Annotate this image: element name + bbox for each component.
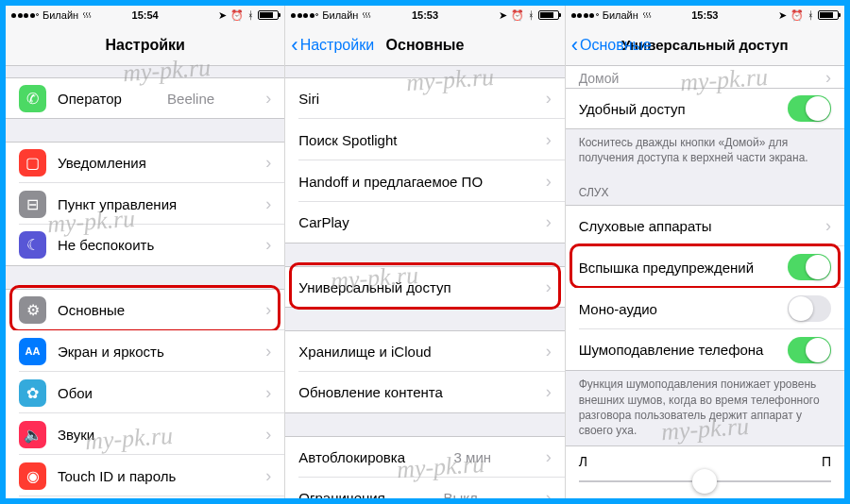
status-time: 15:53 (566, 9, 844, 21)
row-label: Шумоподавление телефона (579, 342, 764, 358)
row-background-refresh[interactable]: Обновление контента › (285, 372, 564, 413)
row-general[interactable]: ⚙ Основные › (6, 289, 284, 330)
row-handoff[interactable]: Handoff и предлагаемое ПО › (285, 160, 564, 202)
wallpaper-icon: ✿ (19, 379, 46, 407)
chevron-right-icon: › (825, 68, 831, 88)
battery-icon (258, 10, 279, 20)
chevron-right-icon: › (546, 172, 552, 192)
row-label: Ограничения (298, 490, 384, 498)
row-operator[interactable]: ✆ Оператор Beeline › (6, 77, 284, 119)
row-siri[interactable]: Siri › (285, 77, 564, 119)
control-center-icon: ⊟ (19, 191, 46, 218)
fingerprint-icon: ◉ (19, 462, 46, 490)
row-label: Оператор (58, 91, 122, 107)
row-label: Основные (58, 302, 125, 318)
row-carplay[interactable]: CarPlay › (285, 202, 564, 244)
status-bar: Билайн ᯾ 15:54 ➤ ⏰ ᚼ (6, 6, 284, 25)
chevron-right-icon: › (546, 130, 552, 150)
toggle-mono-audio[interactable] (788, 295, 831, 322)
back-label: Настройки (300, 37, 374, 54)
chevron-left-icon: ‹ (571, 35, 578, 56)
row-label: Поиск Spotlight (298, 132, 397, 148)
back-button[interactable]: ‹ Настройки (291, 25, 374, 65)
toggle-reachability[interactable] (788, 95, 831, 122)
chevron-right-icon: › (265, 466, 271, 486)
row-wallpaper[interactable]: ✿ Обои › (6, 372, 284, 413)
chevron-left-icon: ‹ (291, 35, 298, 56)
row-control-center[interactable]: ⊟ Пункт управления › (6, 183, 284, 225)
chevron-right-icon: › (265, 235, 271, 255)
row-home-partial[interactable]: Домой › (566, 66, 844, 89)
row-label: Универсальный доступ (298, 279, 450, 295)
row-autolock[interactable]: Автоблокировка 3 мин › (285, 436, 564, 478)
row-label: Обои (58, 385, 93, 401)
row-value: Beeline (167, 91, 220, 107)
row-reachability[interactable]: Удобный доступ (566, 88, 844, 129)
row-label: Вспышка предупреждений (579, 260, 754, 276)
row-restrictions[interactable]: Ограничения Выкл. › (285, 478, 564, 498)
chevron-right-icon: › (265, 425, 271, 445)
balance-slider-row: Л П (566, 445, 844, 498)
slider-thumb[interactable] (692, 469, 717, 494)
section-header-hearing: Слух (566, 173, 844, 205)
chevron-right-icon: › (265, 153, 271, 173)
row-label: Звуки (58, 427, 94, 443)
chevron-right-icon: › (265, 300, 271, 320)
phone-icon: ✆ (19, 85, 46, 112)
chevron-right-icon: › (265, 89, 271, 109)
status-time: 15:53 (285, 9, 564, 21)
row-hearing-aids[interactable]: Слуховые аппараты › (566, 205, 844, 246)
row-label: Уведомления (58, 155, 146, 171)
settings-general-pane: Билайн ᯾ 15:53 ➤ ⏰ ᚼ ‹ Настройки Основны… (285, 6, 565, 498)
status-bar: Билайн ᯾ 15:53 ➤ ⏰ ᚼ (285, 6, 564, 25)
chevron-right-icon: › (265, 342, 271, 361)
row-value: Выкл. (443, 490, 486, 498)
row-label: Удобный доступ (579, 101, 686, 117)
chevron-right-icon: › (546, 447, 552, 467)
row-spotlight[interactable]: Поиск Spotlight › (285, 119, 564, 160)
row-label: Touch ID и пароль (58, 468, 176, 484)
balance-left-label: Л (579, 454, 587, 469)
footer-note: Коснитесь дважды кнопки «Домой» для полу… (566, 129, 844, 173)
row-label: Автоблокировка (298, 449, 405, 465)
chevron-right-icon: › (825, 216, 831, 236)
row-storage[interactable]: Хранилище и iCloud › (285, 330, 564, 372)
row-notifications[interactable]: ▢ Уведомления › (6, 142, 284, 183)
chevron-right-icon: › (546, 382, 552, 402)
row-dnd[interactable]: ☾ Не беспокоить › (6, 225, 284, 266)
row-mono-audio[interactable]: Моно-аудио (566, 288, 844, 329)
row-sounds[interactable]: 🔈 Звуки › (6, 413, 284, 455)
settings-root-pane: Билайн ᯾ 15:54 ➤ ⏰ ᚼ Настройки ✆ Операто… (6, 6, 285, 498)
back-label: Основные (580, 37, 652, 54)
toggle-noise-cancel[interactable] (788, 337, 831, 363)
row-display[interactable]: AA Экран и яркость › (6, 330, 284, 372)
row-accessibility[interactable]: Универсальный доступ › (285, 266, 564, 308)
row-label: Пункт управления (58, 196, 177, 212)
chevron-right-icon: › (265, 383, 271, 403)
row-label: Handoff и предлагаемое ПО (298, 174, 483, 190)
nav-bar: Настройки (6, 25, 284, 66)
row-label: CarPlay (298, 214, 348, 230)
battery-icon (538, 10, 559, 20)
row-label: Слуховые аппараты (579, 218, 712, 234)
row-touchid[interactable]: ◉ Touch ID и пароль › (6, 455, 284, 496)
row-label: Экран и яркость (58, 344, 164, 360)
balance-slider[interactable] (579, 480, 831, 482)
sound-icon: 🔈 (19, 421, 46, 448)
chevron-right-icon: › (546, 342, 552, 361)
row-led-flash[interactable]: Вспышка предупреждений (566, 246, 844, 288)
balance-right-label: П (822, 454, 831, 469)
row-noise-cancel[interactable]: Шумоподавление телефона (566, 329, 844, 371)
toggle-led-flash[interactable] (788, 254, 831, 280)
status-bar: Билайн ᯾ 15:53 ➤ ⏰ ᚼ (566, 6, 844, 25)
chevron-right-icon: › (546, 212, 552, 232)
notifications-icon: ▢ (19, 149, 46, 176)
chevron-right-icon: › (265, 194, 271, 214)
back-button[interactable]: ‹ Основные (571, 25, 652, 65)
moon-icon: ☾ (19, 231, 46, 259)
row-label: Не беспокоить (58, 237, 154, 253)
row-battery[interactable]: ▮ Аккумулятор › (6, 496, 284, 498)
display-icon: AA (19, 338, 46, 365)
chevron-right-icon: › (546, 488, 552, 498)
row-value: 3 мин (454, 449, 498, 465)
